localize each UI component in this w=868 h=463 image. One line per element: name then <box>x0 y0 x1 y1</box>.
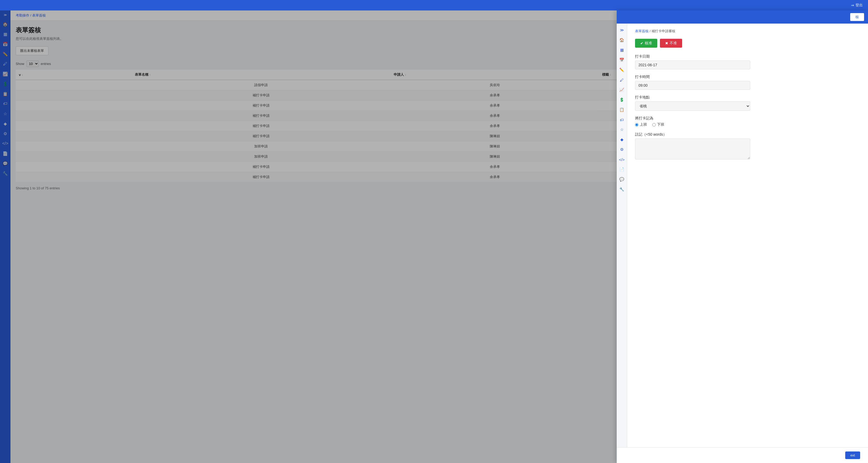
logout-icon: ⇒ <box>851 3 854 7</box>
reject-button[interactable]: ✖ 不准 <box>660 39 682 48</box>
clock-type-section: 將打卡記為 上班 下班 <box>635 116 860 127</box>
modal-breadcrumb-separator: / <box>650 29 652 33</box>
modal-tab-active[interactable]: 核 <box>850 13 864 21</box>
logout-button[interactable]: ⇒ 登出 <box>851 3 863 8</box>
modal-sidebar-expand[interactable]: ≫ <box>618 26 626 34</box>
modal-sidebar-doc[interactable]: 📋 <box>618 106 626 114</box>
modal-sidebar-tag[interactable]: 🏷 <box>618 116 626 124</box>
location-select[interactable]: 省桃 台北 台中 高雄 <box>635 102 750 111</box>
modal-sidebar: ≫ 🏠 ▦ 📅 ✏️ 🖊 📈 💲 📋 🏷 ☆ ◆ ⚙ </> 📄 💬 🔧 <box>617 24 627 447</box>
clock-type-label: 將打卡記為 <box>635 116 860 121</box>
clock-type-radio-group: 上班 下班 <box>635 122 860 127</box>
reject-label: 不准 <box>670 41 677 46</box>
clock-out-radio[interactable] <box>652 123 656 126</box>
modal-sidebar-code[interactable]: </> <box>618 155 626 164</box>
location-section: 打卡地點 省桃 台北 台中 高雄 <box>635 95 860 111</box>
modal-header-right: 核 <box>850 13 864 21</box>
modal-sidebar-chat[interactable]: 💬 <box>618 175 626 183</box>
modal-sidebar-pen[interactable]: 🖊 <box>618 76 626 84</box>
modal-nav: ext <box>617 447 868 463</box>
modal-sidebar-file[interactable]: 📄 <box>618 166 626 173</box>
modal-overlay: 核 ≫ 🏠 ▦ 📅 ✏️ 🖊 📈 💲 📋 🏷 ☆ ◆ ⚙ </> 📄 <box>0 10 868 463</box>
modal-sidebar-home[interactable]: 🏠 <box>618 36 626 44</box>
note-textarea[interactable] <box>635 139 750 160</box>
modal-header: 核 <box>617 10 868 24</box>
nav-next-button[interactable]: ext <box>845 452 860 459</box>
modal-panel: 核 ≫ 🏠 ▦ 📅 ✏️ 🖊 📈 💲 📋 🏷 ☆ ◆ ⚙ </> 📄 <box>617 10 868 463</box>
clock-out-label: 下班 <box>657 122 664 127</box>
modal-sidebar-dashboard[interactable]: ▦ <box>618 46 626 54</box>
reject-x-icon: ✖ <box>665 41 668 45</box>
logout-label: 登出 <box>856 3 863 8</box>
date-section: 打卡日期 <box>635 54 860 69</box>
date-label: 打卡日期 <box>635 54 860 59</box>
action-buttons: ✔ 核准 ✖ 不准 <box>635 39 860 48</box>
modal-sidebar-gear[interactable]: ⚙ <box>618 146 626 153</box>
clock-in-radio[interactable] <box>635 123 639 126</box>
modal-sidebar-edit[interactable]: ✏️ <box>618 66 626 74</box>
approve-label: 核准 <box>645 41 652 46</box>
note-section: 註記（<50 words） <box>635 132 860 160</box>
time-section: 打卡時間 <box>635 75 860 90</box>
modal-sidebar-chart[interactable]: 📈 <box>618 86 626 94</box>
modal-sidebar-money[interactable]: 💲 <box>618 96 626 104</box>
modal-sidebar-diamond[interactable]: ◆ <box>618 136 626 144</box>
modal-sidebar-calendar[interactable]: 📅 <box>618 56 626 64</box>
modal-breadcrumb-parent[interactable]: 表單簽核 <box>635 29 649 33</box>
time-input[interactable] <box>635 81 750 90</box>
modal-sidebar-tool[interactable]: 🔧 <box>618 185 626 193</box>
topbar: ⇒ 登出 <box>0 0 868 10</box>
approve-check-icon: ✔ <box>640 41 643 45</box>
clock-in-label: 上班 <box>640 122 647 127</box>
modal-breadcrumb: 表單簽核 / 補打卡申請審核 <box>635 29 860 33</box>
clock-out-option[interactable]: 下班 <box>652 122 664 127</box>
note-label: 註記（<50 words） <box>635 132 860 137</box>
modal-sidebar-star[interactable]: ☆ <box>618 126 626 134</box>
modal-inner: ≫ 🏠 ▦ 📅 ✏️ 🖊 📈 💲 📋 🏷 ☆ ◆ ⚙ </> 📄 💬 🔧 <box>617 24 868 447</box>
time-label: 打卡時間 <box>635 75 860 79</box>
approve-button[interactable]: ✔ 核准 <box>635 39 657 48</box>
clock-in-option[interactable]: 上班 <box>635 122 647 127</box>
modal-content: 表單簽核 / 補打卡申請審核 ✔ 核准 ✖ 不准 <box>627 24 868 447</box>
location-label: 打卡地點 <box>635 95 860 100</box>
modal-breadcrumb-current: 補打卡申請審核 <box>652 29 675 33</box>
date-input[interactable] <box>635 60 750 69</box>
